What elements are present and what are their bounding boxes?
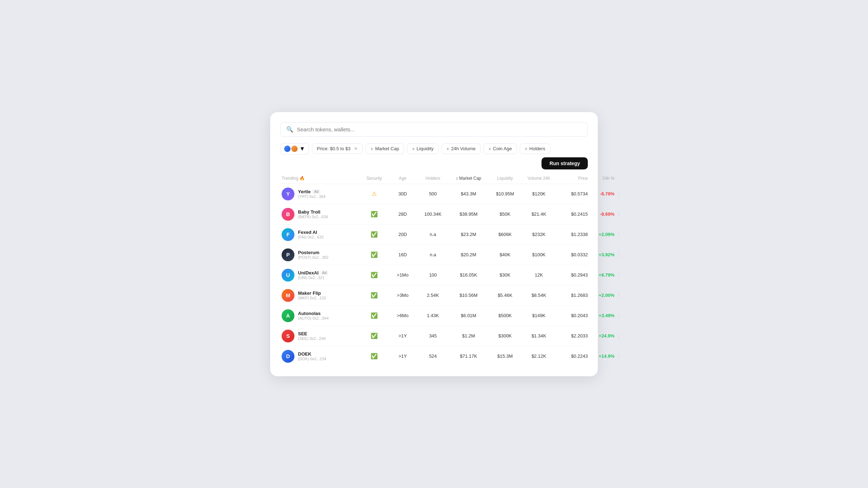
token-avatar: F <box>282 228 294 241</box>
age-cell: >3Mo <box>388 293 417 298</box>
token-avatar: B <box>282 208 294 221</box>
holders-filter-btn[interactable]: + Holders <box>520 143 550 154</box>
liquidity-filter-btn[interactable]: + Liquidity <box>407 143 439 154</box>
volume-filter-btn[interactable]: + 24h Volume <box>441 143 481 154</box>
token-name: Baby Troll <box>298 209 328 215</box>
run-strategy-button[interactable]: Run strategy <box>542 157 588 169</box>
market-cap-cell: $10.56M <box>449 293 488 298</box>
security-cell: ⚠ <box>360 190 388 197</box>
price-cell: $0.2043 <box>556 313 588 318</box>
liquidity-cell: $606K <box>488 232 522 237</box>
token-avatar: Y <box>282 188 294 200</box>
change-cell: -8.69% <box>588 211 615 217</box>
table-row: D DOEK (DOK) 0x2...234 ✅ >1Y 524 $71.17K… <box>280 346 588 366</box>
token-name: SEE <box>298 331 326 336</box>
token-sub: (SEE) 0x2...294 <box>298 336 326 341</box>
age-cell: >6Mo <box>388 313 417 318</box>
age-cell: >1Mo <box>388 272 417 278</box>
holders-cell: 2.54K <box>417 293 449 298</box>
price-filter-close[interactable]: ✕ <box>354 146 358 151</box>
volume-filter-label: 24h Volume <box>451 146 476 151</box>
volume-cell: $232K <box>522 232 556 237</box>
token-name: Fexed AI <box>298 230 324 235</box>
token-avatar: M <box>282 289 294 302</box>
token-cell[interactable]: F Fexed AI (FAI) 0x2...632 <box>282 228 360 241</box>
row-more-btn[interactable]: ⋮ <box>615 211 622 217</box>
market-cap-filter-label: Market Cap <box>375 146 399 151</box>
token-sub: (POST) 0x2...382 <box>298 255 329 259</box>
col-market-cap[interactable]: ↕ Market Cap <box>449 176 488 181</box>
row-more-btn[interactable]: ⋮ <box>615 272 622 278</box>
holders-cell: 100.34K <box>417 211 449 217</box>
price-cell: $2.2033 <box>556 333 588 339</box>
row-more-btn[interactable]: ⋮ <box>615 231 622 238</box>
row-more-btn[interactable]: ⋮ <box>615 312 622 319</box>
token-cell[interactable]: Y Yertle Ad (YRT) 0x2...364 <box>282 188 360 200</box>
table-row: B Baby Troll (BATR) 0x2...034 ✅ 28D 100.… <box>280 204 588 225</box>
coin-age-plus-icon: + <box>488 146 491 152</box>
volume-cell: $120K <box>522 191 556 196</box>
sort-icon: ↕ <box>456 176 458 181</box>
row-more-btn[interactable]: ⋮ <box>615 292 622 299</box>
holders-plus-icon: + <box>525 146 528 152</box>
liquidity-cell: $50K <box>488 211 522 217</box>
market-cap-cell: $71.17K <box>449 353 488 359</box>
market-cap-cell: $6.01M <box>449 313 488 318</box>
search-bar: 🔍 <box>280 122 588 137</box>
security-ok-icon: ✅ <box>371 292 378 298</box>
market-cap-cell: $38.95M <box>449 211 488 217</box>
row-more-btn[interactable]: ⋮ <box>615 332 622 339</box>
token-cell[interactable]: M Maker Flip (MKF) 0x2...132 <box>282 289 360 302</box>
security-cell: ✅ <box>360 332 388 339</box>
row-more-btn[interactable]: ⋮ <box>615 190 622 197</box>
coin-age-filter-btn[interactable]: + Coin Age <box>483 143 517 154</box>
token-cell[interactable]: S SEE (SEE) 0x2...294 <box>282 330 360 342</box>
token-cell[interactable]: D DOEK (DOK) 0x2...234 <box>282 350 360 363</box>
col-price: Price <box>556 176 588 181</box>
security-ok-icon: ✅ <box>371 252 378 258</box>
price-cell: $1.2338 <box>556 232 588 237</box>
change-cell: +2.09% <box>588 232 615 237</box>
price-filter-btn[interactable]: Price: $0.5 to $3 ✕ <box>312 143 363 154</box>
token-cell[interactable]: A Autonolas (AUTO) 0x2...044 <box>282 309 360 322</box>
token-cell[interactable]: U UniDexAI Ad (UNI) 0x2...321 <box>282 269 360 282</box>
token-name: UniDexAI Ad <box>298 270 328 276</box>
token-cell[interactable]: B Baby Troll (BATR) 0x2...034 <box>282 208 360 221</box>
token-info: SEE (SEE) 0x2...294 <box>298 331 326 341</box>
token-name: Autonolas <box>298 311 329 316</box>
security-cell: ✅ <box>360 272 388 278</box>
token-sub: (UNI) 0x2...321 <box>298 276 328 280</box>
token-sub: (MKF) 0x2...132 <box>298 296 326 300</box>
age-cell: 28D <box>388 211 417 217</box>
liquidity-plus-icon: + <box>412 146 415 152</box>
token-name: Yertle Ad <box>298 189 325 194</box>
token-info: Autonolas (AUTO) 0x2...044 <box>298 311 329 320</box>
market-cap-cell: $43.3M <box>449 191 488 196</box>
token-sub: (FAI) 0x2...632 <box>298 235 324 239</box>
token-avatar: S <box>282 330 294 342</box>
security-cell: ✅ <box>360 211 388 217</box>
market-cap-filter-btn[interactable]: + Market Cap <box>366 143 404 154</box>
table-row: A Autonolas (AUTO) 0x2...044 ✅ >6Mo 1.43… <box>280 306 588 326</box>
col-liquidity: Liquidity <box>488 176 522 181</box>
market-cap-cell: $20.2M <box>449 252 488 257</box>
coin-age-filter-label: Coin Age <box>493 146 512 151</box>
token-info: DOEK (DOK) 0x2...234 <box>298 351 326 361</box>
age-cell: >1Y <box>388 353 417 359</box>
row-more-btn[interactable]: ⋮ <box>615 353 622 360</box>
table-row: Y Yertle Ad (YRT) 0x2...364 ⚠ 30D 500 $4… <box>280 184 588 204</box>
age-cell: >1Y <box>388 333 417 339</box>
volume-cell: $100K <box>522 252 556 257</box>
chain-icon-blue <box>284 146 291 152</box>
market-cap-cell: $1.2M <box>449 333 488 339</box>
token-cell[interactable]: P Posterum (POST) 0x2...382 <box>282 248 360 261</box>
chain-icon-orange <box>291 146 298 152</box>
search-input[interactable] <box>297 126 582 132</box>
chain-selector[interactable]: ▼ <box>280 143 309 154</box>
price-cell: $0.2415 <box>556 211 588 217</box>
age-cell: 30D <box>388 191 417 196</box>
row-more-btn[interactable]: ⋮ <box>615 251 622 258</box>
change-cell: +14.9% <box>588 353 615 359</box>
liquidity-cell: $5.46K <box>488 293 522 298</box>
ad-badge: Ad <box>320 271 328 275</box>
